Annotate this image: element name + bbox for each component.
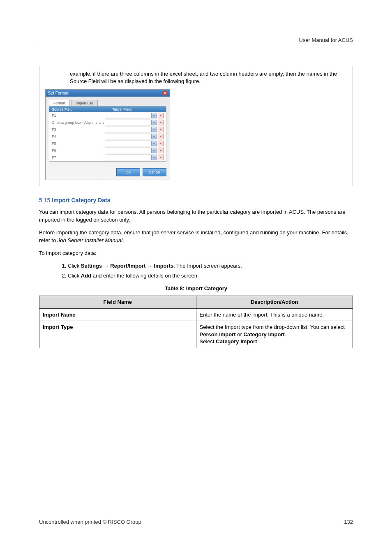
- s1-e: →: [145, 263, 154, 269]
- d2a: Select: [200, 338, 216, 345]
- tab-import-use[interactable]: Import use: [71, 100, 98, 106]
- chevron-down-icon[interactable]: ▾: [151, 113, 157, 118]
- d1b: Person Import: [200, 331, 236, 338]
- paragraph-2: Before importing the category data, ensu…: [39, 229, 353, 245]
- s1-g: . The Import screen appears.: [173, 263, 242, 269]
- import-category-table: Field Name Description/Action Import Nam…: [39, 296, 353, 348]
- header-text: User Manual for ACUS: [299, 37, 353, 43]
- p2-italic: Job Server Installer Manual: [58, 237, 122, 243]
- chevron-down-icon[interactable]: ▾: [151, 134, 157, 139]
- section-heading: 5.15 Import Category Data: [39, 197, 353, 204]
- section-title: Import Category Data: [52, 197, 110, 204]
- s1-a: Click: [68, 263, 81, 269]
- d2c: .: [257, 338, 259, 345]
- cancel-button[interactable]: Cancel: [143, 168, 166, 176]
- target-dropdown[interactable]: ▾: [105, 141, 157, 146]
- grid-row: F6 ▾ ✕: [49, 147, 166, 154]
- s1-d: Report/Import: [110, 263, 145, 269]
- delete-row-icon[interactable]: ✕: [158, 134, 164, 139]
- target-dropdown[interactable]: ▾: [105, 113, 157, 118]
- close-icon[interactable]: ✕: [162, 91, 167, 95]
- cell-desc: Enter the name of the import. This is a …: [196, 308, 353, 321]
- target-dropdown[interactable]: ▾: [105, 134, 157, 139]
- s1-f: Imports: [154, 263, 174, 269]
- s2-b: Add: [81, 273, 91, 279]
- d1e: .: [285, 331, 286, 338]
- chevron-down-icon[interactable]: ▾: [151, 127, 157, 132]
- table-caption: Table 8: Import Category: [39, 285, 353, 291]
- target-dropdown[interactable]: ▾: [105, 120, 157, 125]
- section-number: 5.15: [39, 197, 50, 204]
- step-2: Click Add and enter the following detail…: [68, 272, 353, 280]
- delete-row-icon[interactable]: ✕: [158, 120, 164, 125]
- cell-desc: Select the Import type from the drop-dow…: [196, 321, 353, 348]
- dialog-title: Set Format: [48, 91, 68, 95]
- dialog-buttons: OK Cancel: [46, 165, 170, 180]
- grid-header: Source Field Target Field: [49, 106, 166, 112]
- delete-row-icon[interactable]: ✕: [158, 127, 164, 132]
- source-label: F6: [52, 148, 105, 153]
- col-source: Source Field: [49, 106, 110, 112]
- chevron-down-icon[interactable]: ▾: [151, 141, 157, 146]
- source-label: F1: [52, 113, 105, 118]
- target-dropdown[interactable]: ▾: [105, 148, 157, 153]
- dialog-titlebar: Set Format ✕: [46, 90, 170, 97]
- grid-row: F7 ▾ ✕: [49, 154, 166, 161]
- step-1: Click Settings → Report/Import → Imports…: [68, 262, 353, 270]
- source-label: Criteria group box - Alignment is not p: [52, 120, 105, 125]
- delete-row-icon[interactable]: ✕: [158, 141, 164, 146]
- d1a: Select the Import type from the drop-dow…: [200, 324, 345, 330]
- delete-row-icon[interactable]: ✕: [158, 148, 164, 153]
- source-label: F3: [52, 127, 105, 132]
- target-dropdown[interactable]: ▾: [105, 155, 157, 160]
- grid-row: F3 ▾ ✕: [49, 126, 166, 133]
- delete-row-icon[interactable]: ✕: [158, 155, 164, 160]
- page-header: User Manual for ACUS: [39, 37, 353, 45]
- source-label: F4: [52, 134, 105, 139]
- set-format-dialog: Set Format ✕ Format Import use Source Fi…: [45, 89, 170, 180]
- paragraph-3: To import category data:: [39, 250, 353, 257]
- chevron-down-icon[interactable]: ▾: [151, 120, 157, 125]
- table-row: Import Name Enter the name of the import…: [39, 308, 353, 321]
- p2-part-b: .: [122, 237, 124, 243]
- s2-c: and enter the following details on the s…: [91, 273, 199, 279]
- delete-row-icon[interactable]: ✕: [158, 113, 164, 118]
- chevron-down-icon[interactable]: ▾: [151, 155, 157, 160]
- grid-row: Criteria group box - Alignment is not p …: [49, 119, 166, 126]
- source-label: F5: [52, 141, 105, 146]
- s1-c: →: [102, 263, 110, 269]
- table-row: Import Type Select the Import type from …: [39, 321, 353, 348]
- col-target: Target Field: [110, 106, 166, 112]
- chevron-down-icon[interactable]: ▾: [151, 148, 157, 153]
- footer-left: Uncontrolled when printed © RISCO Group: [39, 519, 141, 525]
- source-label: F7: [52, 155, 105, 160]
- dialog-panel: Source Field Target Field F1 ▾ ✕ Criteri…: [49, 106, 166, 162]
- steps-list: Click Settings → Report/Import → Imports…: [68, 262, 353, 280]
- cell-field: Import Name: [39, 308, 196, 321]
- d1d: Category Import: [243, 331, 284, 338]
- s1-b: Settings: [81, 263, 102, 269]
- tab-format[interactable]: Format: [49, 100, 70, 106]
- example-text: example, if there are three columns in t…: [45, 70, 347, 85]
- grid-row: F1 ▾ ✕: [49, 112, 166, 119]
- dialog-tabs: Format Import use: [46, 97, 170, 106]
- grid-row: F4 ▾ ✕: [49, 133, 166, 140]
- d2b: Category Import: [216, 338, 257, 345]
- grid-row: F5 ▾ ✕: [49, 140, 166, 147]
- s2-a: Click: [68, 273, 81, 279]
- cell-field: Import Type: [39, 321, 196, 348]
- target-dropdown[interactable]: ▾: [105, 127, 157, 132]
- th-description: Description/Action: [196, 296, 353, 308]
- th-field-name: Field Name: [39, 296, 196, 308]
- paragraph-1: You can import category data for persons…: [39, 208, 353, 224]
- page-footer: Uncontrolled when printed © RISCO Group …: [39, 519, 353, 526]
- d1c: or: [236, 331, 244, 338]
- example-box: example, if there are three columns in t…: [39, 66, 353, 186]
- ok-button[interactable]: OK: [116, 168, 140, 176]
- footer-right: 132: [344, 519, 353, 525]
